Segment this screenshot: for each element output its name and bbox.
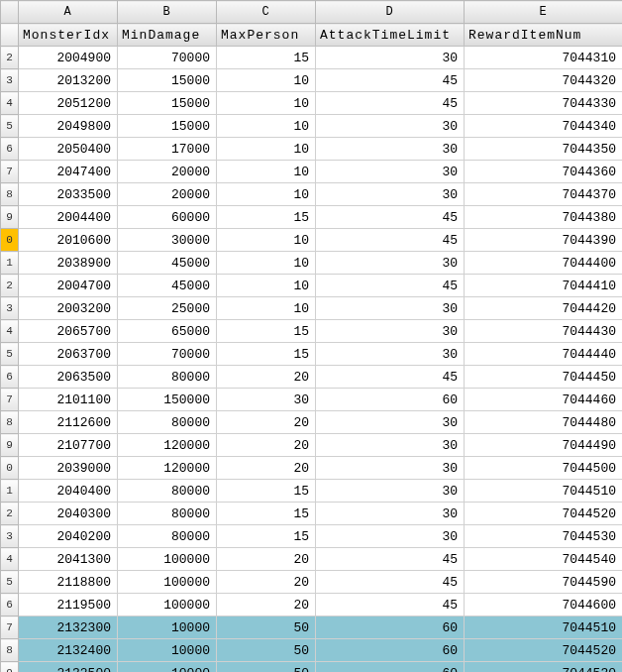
cell[interactable]: 2132300: [19, 616, 118, 639]
cell[interactable]: 100000: [118, 571, 217, 594]
cell[interactable]: 2063500: [19, 366, 118, 389]
cell[interactable]: 2040300: [19, 503, 118, 525]
cell[interactable]: 20: [217, 411, 316, 434]
cell[interactable]: 15000: [118, 92, 217, 115]
cell[interactable]: 2119500: [19, 594, 118, 616]
cell[interactable]: 30: [217, 389, 316, 411]
cell[interactable]: 10000: [118, 662, 217, 673]
row-header[interactable]: 3: [1, 297, 19, 320]
cell[interactable]: 45: [316, 571, 465, 594]
cell[interactable]: 80000: [118, 503, 217, 525]
cell[interactable]: 2039000: [19, 457, 118, 480]
cell[interactable]: 15: [217, 343, 316, 366]
cell[interactable]: 45: [316, 206, 465, 229]
field-header-A[interactable]: MonsterIdx: [19, 24, 118, 47]
row-header[interactable]: 7: [1, 616, 19, 639]
cell[interactable]: 10: [217, 252, 316, 275]
cell[interactable]: 10: [217, 183, 316, 206]
cell[interactable]: 2065700: [19, 320, 118, 343]
cell[interactable]: 15: [217, 206, 316, 229]
row-header[interactable]: 8: [1, 183, 19, 206]
row-header[interactable]: 1: [1, 480, 19, 503]
cell[interactable]: 10000: [118, 616, 217, 639]
column-header[interactable]: D: [316, 1, 465, 24]
row-header[interactable]: 5: [1, 343, 19, 366]
cell[interactable]: 20: [217, 548, 316, 571]
cell[interactable]: 7044310: [465, 47, 623, 69]
cell[interactable]: 2049800: [19, 115, 118, 138]
cell[interactable]: 80000: [118, 525, 217, 548]
row-header[interactable]: 9: [1, 206, 19, 229]
cell[interactable]: 2050400: [19, 138, 118, 161]
row-header[interactable]: 4: [1, 548, 19, 571]
cell[interactable]: 2010600: [19, 229, 118, 252]
field-header-D[interactable]: AttackTimeLimit: [316, 24, 465, 47]
cell[interactable]: 30: [316, 161, 465, 183]
cell[interactable]: 7044520: [465, 639, 623, 662]
cell[interactable]: 2132400: [19, 639, 118, 662]
cell[interactable]: 7044330: [465, 92, 623, 115]
row-header[interactable]: 4: [1, 92, 19, 115]
cell[interactable]: 7044600: [465, 594, 623, 616]
cell[interactable]: 7044390: [465, 229, 623, 252]
cell[interactable]: 7044360: [465, 161, 623, 183]
cell[interactable]: 100000: [118, 594, 217, 616]
cell[interactable]: 80000: [118, 366, 217, 389]
cell[interactable]: 7044480: [465, 411, 623, 434]
cell[interactable]: 30000: [118, 229, 217, 252]
cell[interactable]: 30: [316, 183, 465, 206]
cell[interactable]: 2118800: [19, 571, 118, 594]
cell[interactable]: 50: [217, 662, 316, 673]
cell[interactable]: 45000: [118, 275, 217, 297]
cell[interactable]: 15: [217, 525, 316, 548]
cell[interactable]: 60: [316, 639, 465, 662]
cell[interactable]: 15: [217, 47, 316, 69]
cell[interactable]: 15000: [118, 69, 217, 92]
cell[interactable]: 120000: [118, 434, 217, 457]
cell[interactable]: 7044510: [465, 616, 623, 639]
cell[interactable]: 10: [217, 229, 316, 252]
cell[interactable]: 60: [316, 616, 465, 639]
column-header[interactable]: A: [19, 1, 118, 24]
field-header-C[interactable]: MaxPerson: [217, 24, 316, 47]
cell[interactable]: 2047400: [19, 161, 118, 183]
row-header[interactable]: 6: [1, 366, 19, 389]
row-header[interactable]: 2: [1, 275, 19, 297]
cell[interactable]: 120000: [118, 457, 217, 480]
cell[interactable]: 2112600: [19, 411, 118, 434]
cell[interactable]: 2003200: [19, 297, 118, 320]
cell[interactable]: 45: [316, 92, 465, 115]
cell[interactable]: 25000: [118, 297, 217, 320]
cell[interactable]: 7044530: [465, 525, 623, 548]
cell[interactable]: 7044430: [465, 320, 623, 343]
cell[interactable]: 30: [316, 252, 465, 275]
cell[interactable]: 10: [217, 275, 316, 297]
cell[interactable]: 20000: [118, 161, 217, 183]
row-header[interactable]: 7: [1, 389, 19, 411]
cell[interactable]: 80000: [118, 480, 217, 503]
cell[interactable]: 2013200: [19, 69, 118, 92]
row-header[interactable]: 8: [1, 639, 19, 662]
cell[interactable]: 65000: [118, 320, 217, 343]
cell[interactable]: 2132500: [19, 662, 118, 673]
cell[interactable]: 17000: [118, 138, 217, 161]
cell[interactable]: 10: [217, 69, 316, 92]
cell[interactable]: 7044380: [465, 206, 623, 229]
cell[interactable]: 2033500: [19, 183, 118, 206]
cell[interactable]: 30: [316, 525, 465, 548]
cell[interactable]: 2004900: [19, 47, 118, 69]
row-header[interactable]: 5: [1, 115, 19, 138]
cell[interactable]: 50: [217, 616, 316, 639]
cell[interactable]: 10: [217, 161, 316, 183]
cell[interactable]: 10: [217, 115, 316, 138]
cell[interactable]: 10: [217, 297, 316, 320]
cell[interactable]: 45: [316, 548, 465, 571]
cell[interactable]: 7044520: [465, 503, 623, 525]
cell[interactable]: 15000: [118, 115, 217, 138]
cell[interactable]: 2063700: [19, 343, 118, 366]
cell[interactable]: 70000: [118, 343, 217, 366]
field-header-E[interactable]: RewardItemNum: [465, 24, 623, 47]
cell[interactable]: 15: [217, 503, 316, 525]
cell[interactable]: 7044440: [465, 343, 623, 366]
cell[interactable]: 2004400: [19, 206, 118, 229]
